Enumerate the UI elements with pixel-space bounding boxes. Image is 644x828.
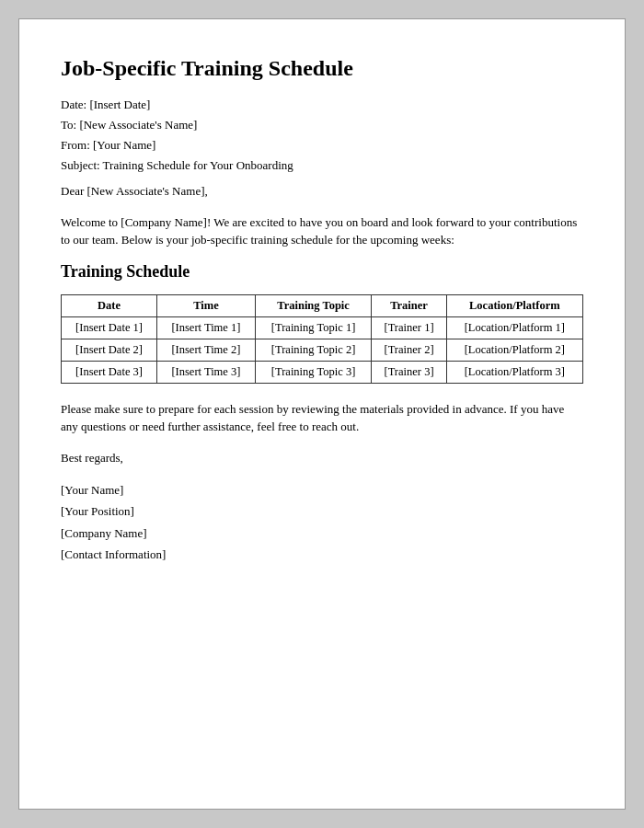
col-header-time: Time [157,294,256,316]
col-header-location: Location/Platform [446,294,582,316]
col-header-trainer: Trainer [372,294,446,316]
signature-position: [Your Position] [61,500,583,522]
training-schedule-table: Date Time Training Topic Trainer Locatio… [61,294,583,384]
table-cell-2-3: [Trainer 3] [372,361,446,383]
table-cell-2-0: [Insert Date 3] [62,361,157,383]
table-cell-1-1: [Insert Time 2] [157,339,256,361]
table-cell-2-2: [Training Topic 3] [255,361,372,383]
col-header-topic: Training Topic [255,294,372,316]
subject-line: Subject: Training Schedule for Your Onbo… [61,158,583,173]
closing-paragraph: Please make sure to prepare for each ses… [61,400,583,436]
to-line: To: [New Associate's Name] [61,118,583,132]
date-line: Date: [Insert Date] [61,98,583,112]
table-cell-1-4: [Location/Platform 2] [446,339,582,361]
table-cell-2-1: [Insert Time 3] [157,361,256,383]
document-page: Job-Specific Training Schedule Date: [In… [18,18,626,810]
intro-paragraph: Welcome to [Company Name]! We are excite… [61,213,583,249]
document-title: Job-Specific Training Schedule [61,56,583,81]
table-cell-1-3: [Trainer 2] [372,339,446,361]
signature-name: [Your Name] [61,479,583,500]
table-cell-0-2: [Training Topic 1] [255,316,372,339]
table-cell-0-1: [Insert Time 1] [157,316,256,339]
greeting: Dear [New Associate's Name], [61,182,583,201]
table-cell-2-4: [Location/Platform 3] [446,361,582,383]
table-row: [Insert Date 3][Insert Time 3][Training … [62,361,583,383]
table-cell-1-0: [Insert Date 2] [62,339,157,361]
col-header-date: Date [62,294,157,316]
best-regards: Best regards, [61,449,583,467]
from-line: From: [Your Name] [61,138,583,153]
table-cell-0-3: [Trainer 1] [372,316,446,339]
table-row: [Insert Date 2][Insert Time 2][Training … [62,339,583,361]
table-cell-0-0: [Insert Date 1] [62,316,157,339]
table-cell-1-2: [Training Topic 2] [255,339,372,361]
table-cell-0-4: [Location/Platform 1] [446,316,582,339]
table-header-row: Date Time Training Topic Trainer Locatio… [62,294,583,316]
section-heading-training: Training Schedule [61,262,583,282]
signature-block: [Your Name] [Your Position] [Company Nam… [61,479,583,566]
signature-contact: [Contact Information] [61,544,583,565]
signature-company: [Company Name] [61,523,583,544]
table-row: [Insert Date 1][Insert Time 1][Training … [62,316,583,339]
